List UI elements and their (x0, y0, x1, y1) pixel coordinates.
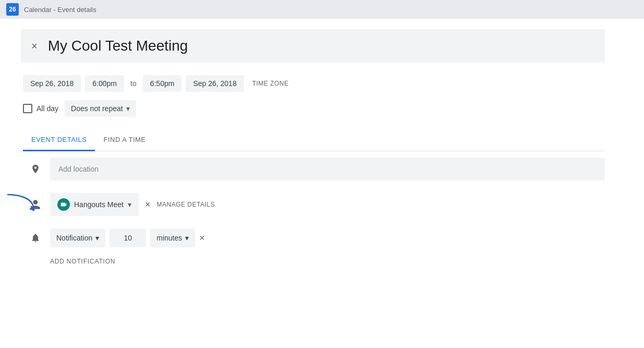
start-time-button[interactable]: 6:00pm (85, 75, 124, 92)
hangouts-content: Hangouts Meet ▾ × MANAGE DETAILS (50, 193, 605, 216)
datetime-row: Sep 26, 2018 6:00pm to 6:50pm Sep 26, 20… (21, 75, 605, 92)
notification-remove-button[interactable]: × (199, 233, 205, 244)
notification-content: Notification ▾ 10 minutes ▾ × (50, 229, 605, 247)
to-label: to (128, 79, 139, 88)
end-time-button[interactable]: 6:50pm (143, 75, 182, 92)
add-notification-button[interactable]: ADD NOTIFICATION (50, 254, 115, 269)
end-date-button[interactable]: Sep 26, 2018 (186, 75, 244, 92)
content-area: Add location (21, 151, 605, 269)
notification-type-select[interactable]: Notification ▾ (50, 229, 105, 247)
allday-row: All day Does not repeat ▾ (21, 100, 605, 117)
allday-checkbox[interactable] (23, 104, 32, 113)
notification-detail-row: Notification ▾ 10 minutes ▾ × (21, 222, 605, 254)
notification-unit-chevron-icon: ▾ (185, 234, 189, 242)
main-container: × My Cool Test Meeting Sep 26, 2018 6:00… (0, 19, 626, 280)
chevron-down-icon: ▾ (126, 104, 130, 113)
location-icon (21, 164, 50, 174)
location-detail-row: Add location (21, 151, 605, 187)
hangouts-x-icon: × (145, 199, 151, 210)
manage-details-button[interactable]: MANAGE DETAILS (156, 201, 214, 208)
notification-x-icon: × (199, 233, 205, 243)
hangouts-chevron-icon: ▾ (128, 200, 131, 209)
allday-label: All day (37, 104, 58, 113)
notification-row: Notification ▾ 10 minutes ▾ × (50, 229, 605, 247)
add-notification-area: ADD NOTIFICATION (21, 254, 605, 269)
top-bar-title: Calendar - Event details (24, 6, 96, 14)
tab-find-a-time[interactable]: FIND A TIME (95, 129, 154, 151)
notification-type-chevron-icon: ▾ (95, 234, 99, 242)
event-title: My Cool Test Meeting (48, 38, 188, 54)
hangouts-remove-button[interactable]: × (145, 199, 151, 210)
calendar-icon: 26 (6, 3, 19, 16)
hangouts-row: Hangouts Meet ▾ × MANAGE DETAILS (50, 193, 605, 216)
person-icon (21, 199, 50, 210)
location-field[interactable]: Add location (50, 158, 605, 181)
header-row: × My Cool Test Meeting (21, 29, 605, 63)
hangouts-detail-row: Hangouts Meet ▾ × MANAGE DETAILS (21, 187, 605, 222)
notification-unit-label: minutes (156, 234, 182, 242)
repeat-label: Does not repeat (71, 104, 123, 113)
repeat-select-button[interactable]: Does not repeat ▾ (65, 100, 136, 117)
notification-unit-select[interactable]: minutes ▾ (150, 229, 195, 247)
close-button[interactable]: × (31, 41, 38, 51)
bell-icon (21, 233, 50, 243)
hangouts-label: Hangouts Meet (74, 200, 124, 209)
tabs-row: EVENT DETAILS FIND A TIME (21, 129, 605, 151)
hangouts-icon (57, 198, 70, 211)
start-date-button[interactable]: Sep 26, 2018 (23, 75, 81, 92)
hangouts-meet-button[interactable]: Hangouts Meet ▾ (50, 193, 139, 216)
tab-event-details[interactable]: EVENT DETAILS (23, 129, 95, 151)
top-bar: 26 Calendar - Event details (0, 0, 644, 19)
notification-type-label: Notification (56, 234, 92, 242)
timezone-button[interactable]: TIME ZONE (252, 80, 289, 87)
location-placeholder: Add location (58, 165, 99, 173)
allday-checkbox-wrapper[interactable]: All day (23, 104, 58, 113)
notification-value-input[interactable]: 10 (110, 229, 146, 247)
location-content: Add location (50, 158, 605, 181)
